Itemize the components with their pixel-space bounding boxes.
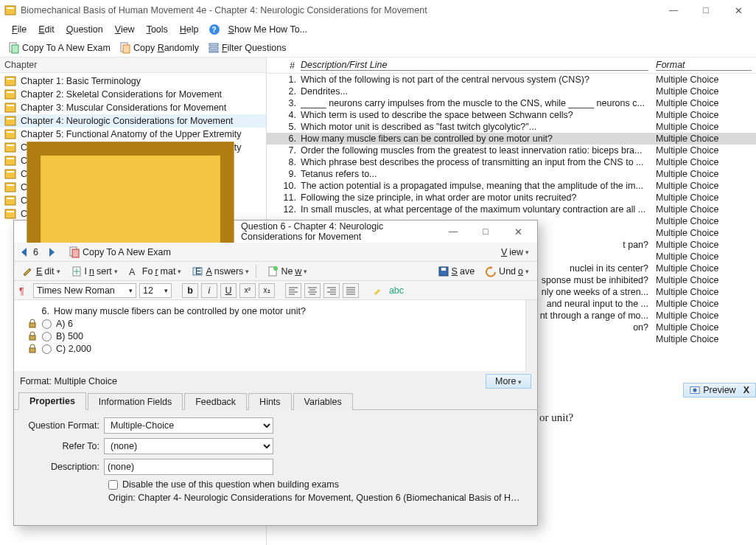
preview-close[interactable]: X bbox=[743, 385, 749, 395]
main-toolbar: Copy To A New Exam Copy Randomly Filter … bbox=[0, 38, 756, 58]
menu-view[interactable]: View bbox=[109, 23, 141, 36]
chapter-icon bbox=[4, 75, 16, 87]
bold-button[interactable]: b bbox=[182, 283, 198, 298]
highlight-button[interactable] bbox=[369, 283, 385, 298]
tab-feedback[interactable]: Feedback bbox=[184, 393, 247, 410]
answer-radio[interactable] bbox=[42, 319, 52, 329]
col-format[interactable]: Format bbox=[656, 60, 752, 71]
font-size-select[interactable]: 12▾ bbox=[139, 283, 172, 298]
svg-rect-30 bbox=[7, 211, 14, 212]
question-row[interactable]: 10.The action potential is a propagated … bbox=[267, 180, 756, 192]
answers-menu[interactable]: EAnswers bbox=[188, 264, 253, 279]
disable-checkbox[interactable] bbox=[108, 480, 118, 490]
paragraph-icon[interactable]: ¶ bbox=[18, 285, 30, 296]
superscript-button[interactable]: x² bbox=[239, 283, 256, 298]
filter-questions-button[interactable]: Filter Questions bbox=[204, 41, 290, 55]
answer-radio[interactable] bbox=[42, 332, 52, 341]
spellcheck-button[interactable]: abc bbox=[388, 283, 405, 298]
align-center-button[interactable] bbox=[304, 283, 321, 298]
save-icon bbox=[438, 265, 449, 277]
col-desc[interactable]: Description/First Line bbox=[301, 60, 648, 71]
svg-rect-16 bbox=[7, 118, 14, 119]
chapter-icon bbox=[4, 155, 16, 167]
question-row[interactable]: 6.How many muscle fibers can be controll… bbox=[267, 133, 756, 145]
answer-option[interactable]: C) 2,000 bbox=[27, 344, 524, 354]
question-row[interactable]: 2.Dendrites...Multiple Choice bbox=[267, 86, 756, 97]
svg-rect-43 bbox=[29, 323, 35, 327]
tab-information-fields[interactable]: Information Fields bbox=[88, 393, 183, 410]
question-row[interactable]: 4.Which term is used to describe the spa… bbox=[267, 109, 756, 121]
question-row[interactable]: 7.Order the following muscles from the g… bbox=[267, 145, 756, 156]
align-left-button[interactable] bbox=[285, 283, 301, 298]
qwin-copy-new-exam[interactable]: Copy To A New Exam bbox=[65, 245, 175, 260]
question-row[interactable]: 1.Which of the following is not part of … bbox=[267, 74, 756, 86]
menu-edit[interactable]: Edit bbox=[32, 23, 60, 36]
insert-menu[interactable]: Insert bbox=[67, 264, 122, 279]
answers-icon: E bbox=[192, 265, 203, 277]
question-format-select[interactable]: Multiple-Choice bbox=[104, 417, 273, 434]
scrollbar[interactable] bbox=[525, 300, 537, 371]
new-menu[interactable]: New bbox=[263, 264, 311, 279]
question-row[interactable]: 5.Which motor unit is described as "fast… bbox=[267, 121, 756, 133]
menu-file[interactable]: File bbox=[6, 23, 32, 36]
question-row[interactable]: 9.Tetanus refers to...Multiple Choice bbox=[267, 168, 756, 180]
justify-button[interactable] bbox=[343, 283, 359, 298]
qwin-minimize[interactable]: ― bbox=[437, 221, 469, 242]
qwin-edit-toolbar: Edit Insert AFormat EAnswers New Save Un… bbox=[14, 262, 537, 281]
description-input[interactable] bbox=[104, 459, 273, 475]
qwin-maximize[interactable]: □ bbox=[469, 221, 502, 242]
qwin-close[interactable]: ✕ bbox=[502, 221, 534, 242]
undo-button[interactable]: Undo bbox=[481, 264, 533, 279]
answer-radio[interactable] bbox=[42, 344, 52, 354]
format-menu[interactable]: AFormat bbox=[125, 264, 186, 279]
copy-random-button[interactable]: Copy Randomly bbox=[116, 41, 203, 55]
underline-button[interactable]: U bbox=[220, 283, 237, 298]
answer-option[interactable]: B) 500 bbox=[27, 331, 524, 341]
question-row[interactable]: 8.Which phrase best describes the proces… bbox=[267, 156, 756, 168]
new-icon bbox=[267, 265, 279, 277]
answer-option[interactable]: A) 6 bbox=[27, 319, 524, 329]
close-button[interactable]: ✕ bbox=[722, 0, 755, 21]
question-row[interactable]: 11.Following the size principle, in what… bbox=[267, 192, 756, 204]
subscript-button[interactable]: x₂ bbox=[259, 283, 275, 298]
qwin-view-menu[interactable]: View bbox=[497, 246, 533, 259]
chapter-label: Chapter 3: Muscular Considerations for M… bbox=[21, 103, 226, 113]
question-row[interactable]: 3._____ neurons carry impulses from the … bbox=[267, 97, 756, 109]
tab-variables[interactable]: Variables bbox=[293, 393, 353, 410]
font-name-select[interactable]: Times New Roman▾ bbox=[33, 283, 136, 298]
copy-random-label: Copy Randomly bbox=[133, 43, 199, 53]
refer-to-select[interactable]: (none) bbox=[104, 438, 273, 454]
svg-rect-20 bbox=[7, 145, 14, 146]
lbl-description: Description: bbox=[21, 462, 104, 472]
origin-label: Origin: Chapter 4- Neurologic Considerat… bbox=[108, 493, 521, 503]
align-right-button[interactable] bbox=[323, 283, 340, 298]
filter-label: Filter Questions bbox=[222, 43, 287, 53]
chapter-label: Chapter 2: Skeletal Considerations for M… bbox=[21, 89, 222, 100]
menu-help[interactable]: Help bbox=[174, 23, 205, 36]
menu-show-me[interactable]: Show Me How To... bbox=[223, 23, 313, 36]
question-body[interactable]: 6.How many muscle fibers can be controll… bbox=[14, 300, 537, 371]
chapter-row[interactable]: Chapter 3: Muscular Considerations for M… bbox=[0, 101, 266, 114]
copy-new-exam-button[interactable]: Copy To A New Exam bbox=[4, 41, 114, 55]
menu-question[interactable]: Question bbox=[60, 23, 109, 36]
maximize-button[interactable]: □ bbox=[690, 0, 722, 21]
save-button[interactable]: Save bbox=[434, 264, 479, 279]
italic-button[interactable]: i bbox=[201, 283, 217, 298]
next-question-button[interactable] bbox=[46, 246, 57, 258]
svg-rect-23 bbox=[5, 170, 15, 178]
tab-hints[interactable]: Hints bbox=[248, 393, 291, 410]
preview-icon bbox=[690, 385, 700, 395]
svg-point-47 bbox=[693, 388, 697, 392]
prev-question-button[interactable] bbox=[18, 246, 30, 258]
minimize-button[interactable]: ― bbox=[657, 0, 690, 21]
menu-tools[interactable]: Tools bbox=[141, 23, 174, 36]
question-row[interactable]: 12.In small muscles, at what percentage … bbox=[267, 204, 756, 215]
more-button[interactable]: More bbox=[486, 374, 531, 389]
preview-toggle[interactable]: Preview X bbox=[683, 383, 756, 398]
chapter-label: Chapter 1: Basic Terminology bbox=[21, 76, 141, 86]
edit-menu[interactable]: Edit bbox=[18, 264, 64, 279]
chapter-row[interactable]: Chapter 1: Basic Terminology bbox=[0, 74, 266, 88]
tab-properties[interactable]: Properties bbox=[18, 392, 86, 410]
chapter-row[interactable]: Chapter 2: Skeletal Considerations for M… bbox=[0, 88, 266, 101]
col-num: # bbox=[271, 60, 301, 71]
